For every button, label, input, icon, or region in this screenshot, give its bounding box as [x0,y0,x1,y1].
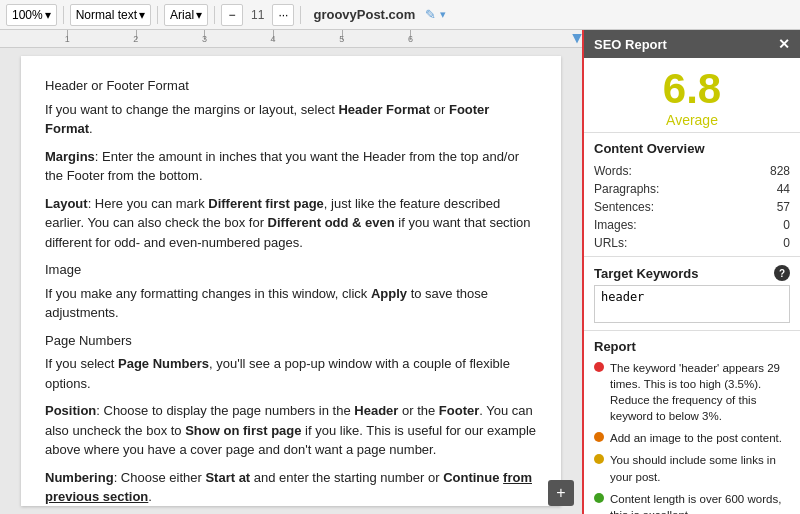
seo-header: SEO Report ✕ [584,30,800,58]
content-overview-title: Content Overview [594,141,790,156]
heading-image-1: Image [45,260,537,280]
seo-panel: SEO Report ✕ 6.8 Average Content Overvie… [582,30,800,514]
toolbar: 100% ▾ Normal text ▾ Arial ▾ − 11 ··· gr… [0,0,800,30]
urls-value: 0 [783,236,790,250]
dot-orange [594,432,604,442]
report-text-4: Content length is over 600 words, this i… [610,491,790,514]
site-name: groovyPost.com [313,7,415,22]
report-text-2: Add an image to the post content. [610,430,782,446]
document-area: 1 2 3 4 5 6 Header or Footer Format If y… [0,30,582,514]
para-1: If you want to change the margins or lay… [45,100,537,139]
plus-button[interactable]: + [548,480,574,506]
separator-4 [300,6,301,24]
zoom-chevron: ▾ [45,8,51,22]
sentences-value: 57 [777,200,790,214]
para-6: Position: Choose to display the page num… [45,401,537,460]
edit-icon[interactable]: ✎ [425,7,436,22]
report-item-2: Add an image to the post content. [594,430,790,446]
seo-title: SEO Report [594,37,667,52]
report-item-4: Content length is over 600 words, this i… [594,491,790,514]
dot-yellow [594,454,604,464]
words-value: 828 [770,164,790,178]
report-text-1: The keyword 'header' appears 29 times. T… [610,360,790,424]
images-label: Images: [594,218,637,232]
para-2: Margins: Enter the amount in inches that… [45,147,537,186]
document-content: Header or Footer Format If you want to c… [21,56,561,506]
zoom-selector[interactable]: 100% ▾ [6,4,57,26]
images-value: 0 [783,218,790,232]
ruler: 1 2 3 4 5 6 [0,30,582,48]
words-row: Words: 828 [594,162,790,180]
heading-header-footer: Header or Footer Format [45,76,537,96]
font-size-minus-button[interactable]: − [221,4,243,26]
style-selector[interactable]: Normal text ▾ [70,4,151,26]
paragraphs-value: 44 [777,182,790,196]
paragraphs-row: Paragraphs: 44 [594,180,790,198]
edit-chevron: ▾ [440,8,446,21]
main-area: 1 2 3 4 5 6 Header or Footer Format If y… [0,30,800,514]
report-item-3: You should include some links in your po… [594,452,790,484]
content-overview-section: Content Overview Words: 828 Paragraphs: … [584,132,800,256]
document-wrapper: 1 2 3 4 5 6 Header or Footer Format If y… [0,30,582,514]
paragraphs-label: Paragraphs: [594,182,659,196]
dot-red [594,362,604,372]
seo-close-button[interactable]: ✕ [778,36,790,52]
report-item-1: The keyword 'header' appears 29 times. T… [594,360,790,424]
font-selector[interactable]: Arial ▾ [164,4,208,26]
report-text-3: You should include some links in your po… [610,452,790,484]
report-title: Report [594,339,790,354]
seo-score: 6.8 [584,68,800,110]
font-size-more-button[interactable]: ··· [272,4,294,26]
font-chevron: ▾ [196,8,202,22]
sentences-row: Sentences: 57 [594,198,790,216]
separator-2 [157,6,158,24]
separator-3 [214,6,215,24]
style-chevron: ▾ [139,8,145,22]
images-row: Images: 0 [594,216,790,234]
sentences-label: Sentences: [594,200,654,214]
separator-1 [63,6,64,24]
heading-page-numbers: Page Numbers [45,331,537,351]
para-7: Numbering: Choose either Start at and en… [45,468,537,507]
keyword-input[interactable]: header [594,285,790,323]
help-icon[interactable]: ? [774,265,790,281]
style-value: Normal text [76,8,137,22]
zoom-value: 100% [12,8,43,22]
seo-score-area: 6.8 Average [584,58,800,132]
report-section: Report The keyword 'header' appears 29 t… [584,330,800,514]
urls-row: URLs: 0 [594,234,790,252]
urls-label: URLs: [594,236,627,250]
para-5: If you select Page Numbers, you'll see a… [45,354,537,393]
words-label: Words: [594,164,632,178]
para-4: If you make any formatting changes in th… [45,284,537,323]
seo-score-label: Average [584,112,800,128]
para-3: Layout: Here you can mark Different firs… [45,194,537,253]
dot-green [594,493,604,503]
keywords-section: Target Keywords ? header [584,256,800,330]
font-size-value: 11 [251,8,264,22]
keywords-title: Target Keywords ? [594,265,790,281]
font-value: Arial [170,8,194,22]
